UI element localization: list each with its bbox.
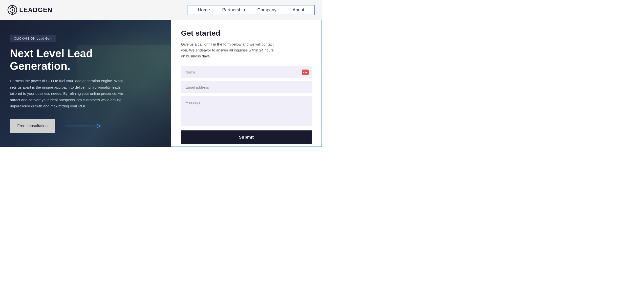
name-input[interactable] <box>181 66 312 78</box>
hero-content: CLICKVISION Lead Gen Next Level Lead Gen… <box>0 20 171 147</box>
form-description: Give us a call or fill in the form below… <box>181 41 275 59</box>
hero-tag: CLICKVISION Lead Gen <box>10 35 56 42</box>
cta-arrow <box>65 123 104 129</box>
hero-section: CLICKVISION Lead Gen Next Level Lead Gen… <box>0 20 171 147</box>
header: LEADGEN Home Partnership Company + About <box>0 0 322 20</box>
nav-item-company[interactable]: Company + <box>257 8 280 13</box>
hero-description: Harness the power of SEO to fuel your le… <box>10 78 124 109</box>
logo[interactable]: LEADGEN <box>8 5 52 15</box>
dot-1 <box>303 72 304 73</box>
logo-icon <box>8 5 17 15</box>
form-title: Get started <box>181 29 312 37</box>
free-consultation-button[interactable]: Free consultation <box>10 119 55 133</box>
cta-row: Free consultation <box>10 119 161 133</box>
nav-item-partnership[interactable]: Partnership <box>222 8 245 13</box>
email-input[interactable] <box>181 81 312 93</box>
logo-text: LEADGEN <box>19 6 52 14</box>
svg-point-4 <box>12 9 13 11</box>
dots-icon <box>303 72 307 73</box>
dot-2 <box>305 72 306 73</box>
name-icon <box>302 70 309 75</box>
name-field-row <box>181 66 312 78</box>
main-content: CLICKVISION Lead Gen Next Level Lead Gen… <box>0 20 322 147</box>
submit-button[interactable]: Submit <box>181 130 312 144</box>
form-panel: Get started Give us a call or fill in th… <box>171 20 322 147</box>
message-input[interactable] <box>181 96 312 126</box>
nav-item-about[interactable]: About <box>292 8 304 13</box>
hero-title: Next Level Lead Generation. <box>10 47 128 72</box>
dot-3 <box>306 72 307 73</box>
nav-container: Home Partnership Company + About <box>188 5 314 15</box>
nav-item-home[interactable]: Home <box>198 8 210 13</box>
arrow-icon <box>65 123 104 129</box>
